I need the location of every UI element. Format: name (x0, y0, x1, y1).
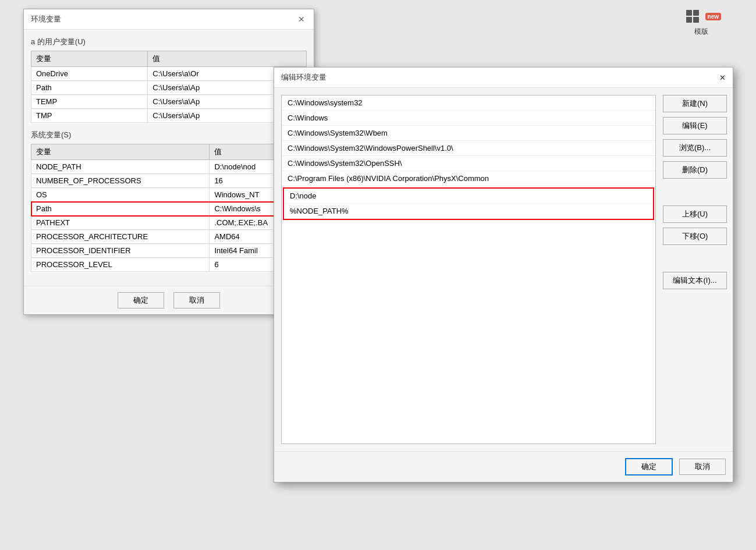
edit-dialog-ok-button[interactable]: 确定 (626, 459, 672, 475)
move-up-button[interactable]: 上移(U) (663, 205, 727, 223)
system-var-row[interactable]: PROCESSOR_ARCHITECTUREAMD64 (31, 230, 307, 244)
svg-rect-1 (693, 10, 699, 16)
system-var-row[interactable]: PathC:\Windows\s (31, 202, 307, 216)
user-var-row[interactable]: OneDriveC:\Users\a\Or (31, 67, 307, 81)
edit-dialog-titlebar: 编辑环境变量 ✕ (274, 68, 733, 88)
user-var-row[interactable]: TEMPC:\Users\a\Ap (31, 95, 307, 109)
system-var-name: NODE_PATH (31, 160, 210, 174)
new-path-button[interactable]: 新建(N) (663, 95, 727, 112)
system-var-name: OS (31, 188, 210, 202)
system-var-name: PROCESSOR_ARCHITECTURE (31, 230, 210, 244)
env-dialog-title: 环境变量 (31, 14, 61, 24)
system-var-name: NUMBER_OF_PROCESSORS (31, 174, 210, 188)
new-badge: new (705, 13, 721, 20)
delete-path-button[interactable]: 删除(D) (663, 161, 727, 179)
svg-rect-2 (686, 17, 692, 23)
user-vars-section-label: a 的用户变量(U) (31, 37, 307, 47)
toolbar-area: new 模版 (682, 6, 721, 37)
svg-rect-3 (693, 17, 699, 23)
user-var-row[interactable]: PathC:\Users\a\Ap (31, 81, 307, 95)
system-vars-section-label: 系统变量(S) (31, 130, 307, 140)
env-dialog-titlebar: 环境变量 ✕ (24, 9, 314, 30)
path-list-item[interactable]: C:\Windows (282, 111, 655, 126)
browse-path-button[interactable]: 浏览(B)... (663, 139, 727, 157)
system-var-row[interactable]: PROCESSOR_IDENTIFIERIntel64 Famil (31, 244, 307, 258)
edit-dialog-footer: 确定 取消 (274, 451, 733, 482)
right-action-buttons: 新建(N) 编辑(E) 浏览(B)... 删除(D) 上移(U) 下移(O) 编… (656, 95, 726, 444)
template-icon (682, 6, 703, 27)
path-list-item[interactable]: %NODE_PATH% (284, 204, 653, 219)
edit-text-button[interactable]: 编辑文本(I)... (663, 272, 727, 289)
system-var-name: Path (31, 202, 210, 216)
edit-dialog-close-button[interactable]: ✕ (719, 73, 726, 82)
system-var-name: PROCESSOR_IDENTIFIER (31, 244, 210, 258)
env-variables-dialog: 环境变量 ✕ a 的用户变量(U) 变量 值 OneDriveC:\Users\… (23, 9, 314, 315)
user-var-name: TEMP (31, 95, 148, 109)
path-list-item[interactable]: C:\Windows\system32 (282, 95, 655, 111)
user-vars-table: 变量 值 OneDriveC:\Users\a\OrPathC:\Users\a… (31, 51, 307, 123)
path-list[interactable]: C:\Windows\system32C:\WindowsC:\Windows\… (281, 95, 656, 444)
user-var-name: Path (31, 81, 148, 95)
edit-env-dialog: 编辑环境变量 ✕ C:\Windows\system32C:\WindowsC:… (274, 67, 733, 482)
edit-dialog-cancel-button[interactable]: 取消 (679, 459, 726, 475)
desktop: new 模版 环境变量 ✕ a 的用户变量(U) 变量 值 OneDriveC:… (0, 0, 756, 550)
template-toolbar-button[interactable]: new 模版 (682, 6, 721, 37)
system-var-name: PATHEXT (31, 216, 210, 230)
system-vars-col-var: 变量 (31, 144, 210, 160)
edit-dialog-body: C:\Windows\system32C:\WindowsC:\Windows\… (274, 88, 733, 451)
system-var-row[interactable]: PATHEXT.COM;.EXE;.BA (31, 216, 307, 230)
env-dialog-ok-button[interactable]: 确定 (118, 292, 164, 308)
svg-rect-0 (686, 10, 692, 16)
path-list-item[interactable]: C:\Windows\System32\Wbem (282, 126, 655, 141)
env-dialog-content: a 的用户变量(U) 变量 值 OneDriveC:\Users\a\OrPat… (24, 30, 314, 286)
user-var-name: TMP (31, 109, 148, 123)
path-list-item[interactable]: C:\Windows\System32\WindowsPowerShell\v1… (282, 141, 655, 156)
user-vars-col-val: 值 (148, 51, 307, 67)
system-var-row[interactable]: NODE_PATHD:\node\nod (31, 160, 307, 174)
system-var-name: PROCESSOR_LEVEL (31, 258, 210, 272)
user-var-name: OneDrive (31, 67, 148, 81)
system-var-row[interactable]: PROCESSOR_LEVEL6 (31, 258, 307, 272)
user-vars-col-var: 变量 (31, 51, 148, 67)
move-down-button[interactable]: 下移(O) (663, 228, 727, 245)
system-var-row[interactable]: NUMBER_OF_PROCESSORS16 (31, 174, 307, 188)
path-list-item[interactable]: C:\Program Files (x86)\NVIDIA Corporatio… (282, 171, 655, 186)
toolbar-label: 模版 (694, 27, 708, 37)
user-var-row[interactable]: TMPC:\Users\a\Ap (31, 109, 307, 123)
edit-dialog-title: 编辑环境变量 (281, 72, 326, 83)
system-var-row[interactable]: OSWindows_NT (31, 188, 307, 202)
system-vars-table: 变量 值 NODE_PATHD:\node\nodNUMBER_OF_PROCE… (31, 144, 307, 272)
path-list-item[interactable]: C:\Windows\System32\OpenSSH\ (282, 156, 655, 171)
path-list-item[interactable]: D:\node (284, 189, 653, 204)
edit-path-button[interactable]: 编辑(E) (663, 117, 727, 134)
env-dialog-close-button[interactable]: ✕ (296, 14, 307, 24)
env-dialog-footer: 确定 取消 (24, 286, 314, 314)
env-dialog-cancel-button[interactable]: 取消 (173, 292, 220, 308)
